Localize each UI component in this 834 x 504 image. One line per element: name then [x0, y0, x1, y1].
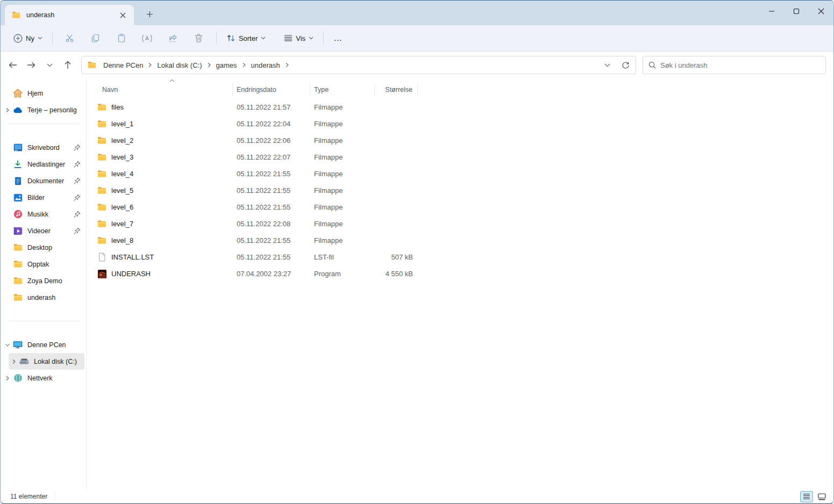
column-header-size[interactable]: Størrelse: [375, 84, 418, 96]
large-icons-view-button[interactable]: [815, 491, 828, 502]
sidebar-item-denne-pcen[interactable]: Denne PCen: [2, 336, 84, 353]
sidebar-item-hjem[interactable]: Hjem: [2, 85, 84, 102]
file-row-level-8[interactable]: level_805.11.2022 21:55Filmappe: [94, 232, 833, 249]
file-row-underash[interactable]: UNDERASH07.04.2002 23:27Program4 550 kB: [94, 265, 833, 282]
view-button[interactable]: Vis: [279, 28, 319, 48]
chevron-down-icon[interactable]: [2, 342, 13, 348]
sidebar-item-lokal-disk-c-[interactable]: Lokal disk (C:): [9, 353, 84, 370]
file-date: 05.11.2022 21:55: [233, 203, 310, 211]
breadcrumb-separator-icon[interactable]: [205, 62, 213, 68]
details-view-button[interactable]: [800, 491, 813, 502]
file-row-files[interactable]: files05.11.2022 21:57Filmappe: [94, 99, 833, 116]
file-rows: files05.11.2022 21:57Filmappelevel_105.1…: [94, 99, 833, 282]
sidebar-item-bilder[interactable]: Bilder: [2, 189, 84, 206]
folder-icon: [97, 153, 106, 162]
recent-locations-button[interactable]: [40, 56, 59, 74]
refresh-button[interactable]: [617, 57, 633, 73]
tab-underash[interactable]: underash: [5, 5, 134, 25]
maximize-button[interactable]: [784, 1, 809, 22]
tab-title: underash: [26, 11, 110, 19]
address-row: Denne PCenLokal disk (C:)gamesunderash: [1, 52, 833, 78]
new-tab-button[interactable]: [141, 6, 158, 22]
trash-icon: [194, 33, 203, 43]
back-button[interactable]: [4, 56, 22, 74]
sidebar-item-underash[interactable]: underash: [2, 289, 84, 306]
file-date: 05.11.2022 21:55: [233, 170, 310, 178]
chevron-down-icon: [47, 63, 53, 67]
folder-icon: [97, 119, 106, 128]
file-date: 05.11.2022 21:55: [233, 186, 310, 195]
delete-button[interactable]: [186, 28, 212, 48]
tab-close-button[interactable]: [116, 8, 130, 22]
sidebar-item-label: Bilder: [27, 194, 73, 201]
address-dropdown-button[interactable]: [599, 57, 615, 73]
forward-button[interactable]: [22, 56, 40, 74]
breadcrumb-separator-icon[interactable]: [146, 62, 154, 68]
sidebar-item-desktop[interactable]: Desktop: [2, 239, 84, 256]
file-row-level-5[interactable]: level_505.11.2022 21:55Filmappe: [94, 182, 833, 199]
folder-icon: [97, 136, 106, 145]
paste-button[interactable]: [109, 28, 134, 48]
file-date: 05.11.2022 22:08: [233, 220, 310, 228]
plus-icon: [146, 11, 153, 18]
share-button[interactable]: [160, 28, 186, 48]
chevron-right-icon[interactable]: [2, 376, 13, 381]
breadcrumb-item[interactable]: Lokal disk (C:): [154, 60, 205, 71]
details-view-icon: [803, 493, 810, 500]
column-header-type[interactable]: Type: [310, 84, 375, 96]
chevron-right-icon[interactable]: [9, 359, 19, 364]
home-icon: [13, 89, 23, 98]
folder-icon: [97, 186, 106, 195]
sidebar-item-skrivebord[interactable]: Skrivebord: [2, 139, 84, 156]
cut-button[interactable]: [57, 28, 83, 48]
window-controls: [759, 1, 833, 25]
column-header-date[interactable]: Endringsdato: [233, 84, 310, 96]
new-button[interactable]: Ny: [8, 28, 48, 48]
share-icon: [168, 33, 178, 43]
folder-icon: [13, 243, 23, 253]
arrow-right-icon: [27, 61, 35, 69]
address-bar[interactable]: Denne PCenLokal disk (C:)gamesunderash: [81, 56, 636, 74]
sidebar-pinned-section: SkrivebordNedlastingerDokumenterBilderMu…: [2, 139, 84, 306]
chevron-right-icon[interactable]: [2, 107, 13, 113]
sort-button[interactable]: Sorter: [221, 28, 271, 48]
file-row-level-4[interactable]: level_405.11.2022 21:55Filmappe: [94, 165, 833, 182]
sidebar-item-zoya-demo[interactable]: Zoya Demo: [2, 272, 84, 289]
breadcrumb-item[interactable]: underash: [248, 60, 283, 71]
close-window-button[interactable]: [809, 1, 833, 22]
search-input[interactable]: [660, 61, 820, 69]
sidebar-item-musikk[interactable]: Musikk: [2, 206, 84, 222]
sidebar-item-dokumenter[interactable]: Dokumenter: [2, 172, 84, 189]
sidebar-item-opptak[interactable]: Opptak: [2, 256, 84, 272]
breadcrumb-separator-icon[interactable]: [240, 62, 248, 68]
file-row-level-6[interactable]: level_605.11.2022 21:55Filmappe: [94, 199, 833, 215]
file-row-level-7[interactable]: level_705.11.2022 22:08Filmappe: [94, 215, 833, 232]
folder-icon: [13, 276, 23, 286]
file-type: Program: [310, 270, 375, 278]
folder-icon: [13, 293, 23, 303]
app-icon: [97, 269, 106, 278]
breadcrumb-item[interactable]: games: [213, 60, 240, 71]
file-row-level-3[interactable]: level_305.11.2022 22:07Filmappe: [94, 149, 833, 165]
file-size: 4 550 kB: [375, 270, 418, 278]
sidebar-item-nettverk[interactable]: Nettverk: [2, 370, 84, 386]
file-row-level-2[interactable]: level_205.11.2022 22:06Filmappe: [94, 132, 833, 149]
sidebar-item-nedlastinger[interactable]: Nedlastinger: [2, 156, 84, 172]
file-row-level-1[interactable]: level_105.11.2022 22:04Filmappe: [94, 116, 833, 132]
breadcrumb-separator-icon[interactable]: [283, 62, 291, 68]
up-button[interactable]: [59, 56, 77, 74]
sidebar-item-videoer[interactable]: Videoer: [2, 222, 84, 239]
file-row-install-lst[interactable]: INSTALL.LST05.11.2022 21:55LST-fil507 kB: [94, 249, 833, 265]
breadcrumb-item[interactable]: Denne PCen: [100, 60, 146, 71]
minimize-button[interactable]: [759, 1, 784, 22]
column-header-name[interactable]: Navn: [94, 84, 233, 96]
sidebar-item-label: Skrivebord: [27, 144, 73, 152]
more-options-button[interactable]: …: [328, 28, 348, 48]
file-name: level_3: [111, 153, 133, 161]
sort-icon: [226, 34, 236, 42]
sidebar-item-terje-personlig[interactable]: Terje – personlig: [2, 102, 84, 118]
copy-button[interactable]: [83, 28, 109, 48]
scissors-icon: [65, 33, 75, 43]
clipboard-icon: [117, 33, 126, 43]
rename-button[interactable]: [134, 28, 160, 48]
